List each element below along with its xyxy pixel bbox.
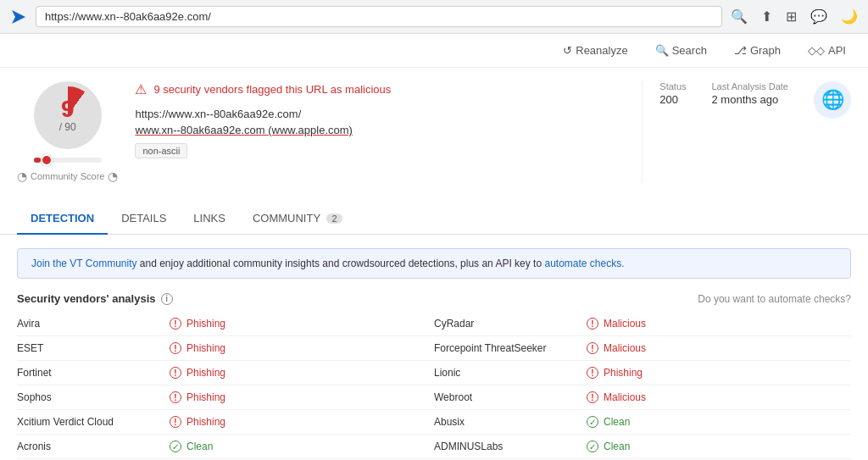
search-browser-icon[interactable]: 🔍 bbox=[731, 8, 748, 25]
vendor-status: !Phishing bbox=[170, 416, 225, 428]
vendor-status: !Malicious bbox=[587, 391, 646, 403]
vendors-header: Security vendors' analysis i Do you want… bbox=[17, 292, 851, 305]
community-score: ◔ Community Score ◔ bbox=[17, 169, 118, 183]
tab-detection[interactable]: DETECTION bbox=[17, 203, 108, 235]
graph-button[interactable]: ⎇ Graph bbox=[729, 41, 786, 60]
community-badge: 2 bbox=[326, 213, 342, 224]
cs-left-icon: ◔ bbox=[17, 169, 27, 183]
vendor-name: Acronis bbox=[17, 441, 170, 452]
vendor-status: ✓Clean bbox=[587, 416, 630, 428]
vendor-row: Forcepoint ThreatSeeker!Malicious bbox=[434, 336, 851, 361]
search-button[interactable]: 🔍 Search bbox=[650, 41, 712, 60]
danger-icon: ! bbox=[170, 342, 181, 354]
score-bar bbox=[34, 158, 102, 163]
vendor-status: !Malicious bbox=[587, 318, 646, 330]
vendor-name: Lionic bbox=[434, 367, 587, 379]
status-label: Clean bbox=[186, 441, 213, 452]
danger-icon: ! bbox=[170, 367, 181, 379]
status-label: Phishing bbox=[186, 367, 225, 379]
vendor-status: !Malicious bbox=[587, 342, 646, 354]
status-label: Clean bbox=[604, 416, 630, 428]
svg-marker-0 bbox=[12, 10, 25, 24]
status-label: Malicious bbox=[604, 342, 646, 354]
status-label: Malicious bbox=[604, 391, 646, 403]
automate-checks-link[interactable]: automate checks. bbox=[544, 258, 624, 269]
vendor-status: !Phishing bbox=[170, 367, 225, 379]
non-ascii-tag[interactable]: non-ascii bbox=[135, 143, 187, 158]
community-banner: Join the VT Community and enjoy addition… bbox=[17, 248, 851, 279]
vendor-row: Webroot!Malicious bbox=[434, 385, 851, 410]
tab-community[interactable]: COMMUNITY 2 bbox=[239, 203, 356, 235]
grid-icon[interactable]: ⊞ bbox=[786, 8, 797, 25]
vendor-status: !Phishing bbox=[170, 342, 225, 354]
vendor-status: !Phishing bbox=[587, 367, 643, 379]
warning-icon: ⚠ bbox=[135, 81, 147, 97]
status-label: Phishing bbox=[604, 367, 643, 379]
check-icon: ✓ bbox=[587, 441, 598, 452]
api-icon: ◇◇ bbox=[808, 44, 825, 57]
vendor-row: Lionic!Phishing bbox=[434, 361, 851, 385]
browser-bar: https://www.xn--80ak6aa92e.com/ 🔍 ⬆ ⊞ 💬 … bbox=[0, 0, 868, 34]
analysis-date: Last Analysis Date 2 months ago bbox=[712, 81, 789, 106]
vendor-name: Xcitium Verdict Cloud bbox=[17, 416, 170, 428]
vendor-name: Sophos bbox=[17, 391, 170, 403]
graph-icon: ⎇ bbox=[734, 44, 747, 57]
status-section: Status 200 Last Analysis Date 2 months a… bbox=[642, 81, 851, 183]
automate-link: Do you want to automate checks? bbox=[698, 293, 851, 305]
status-label: Phishing bbox=[186, 391, 225, 403]
detection-content: Join the VT Community and enjoy addition… bbox=[0, 235, 868, 460]
vendor-row: Sophos!Phishing bbox=[17, 385, 434, 410]
info-icon[interactable]: i bbox=[161, 293, 173, 305]
danger-icon: ! bbox=[170, 391, 181, 403]
danger-icon: ! bbox=[587, 342, 598, 354]
danger-icon: ! bbox=[170, 318, 181, 330]
check-icon: ✓ bbox=[587, 416, 598, 428]
vendor-status: ✓Clean bbox=[587, 441, 630, 452]
status-label: Clean bbox=[604, 441, 630, 452]
tab-details[interactable]: DETAILS bbox=[108, 203, 180, 235]
vendor-row: CyRadar!Malicious bbox=[434, 312, 851, 336]
chat-icon[interactable]: 💬 bbox=[810, 8, 827, 25]
vt-header: ↺ Reanalyze 🔍 Search ⎇ Graph ◇◇ API bbox=[0, 34, 868, 68]
reanalyze-button[interactable]: ↺ Reanalyze bbox=[558, 41, 632, 60]
vt-globe-icon[interactable]: 🌐 bbox=[814, 81, 851, 119]
vendor-row: Xcitium Verdict Cloud!Phishing bbox=[17, 410, 434, 435]
vendor-status: ✓Clean bbox=[170, 441, 213, 452]
score-number: 9 bbox=[61, 97, 75, 121]
share-icon[interactable]: ⬆ bbox=[761, 8, 772, 25]
danger-icon: ! bbox=[587, 367, 598, 379]
vendor-row: Avira!Phishing bbox=[17, 312, 434, 336]
url-alias: www.xn--80ak6aa92e.com (www.apple.com) bbox=[135, 124, 625, 136]
browser-icons: 🔍 ⬆ ⊞ 💬 🌙 bbox=[731, 8, 858, 25]
danger-icon: ! bbox=[587, 318, 598, 330]
search-icon: 🔍 bbox=[655, 44, 669, 57]
moon-icon[interactable]: 🌙 bbox=[841, 8, 858, 25]
http-status: Status 200 bbox=[659, 81, 686, 106]
tab-links[interactable]: LINKS bbox=[180, 203, 239, 235]
status-label: Phishing bbox=[186, 318, 225, 330]
main-content: 9 / 90 ◔ Community Score ◔ ⚠ 9 security … bbox=[0, 68, 868, 197]
vendor-name: Avira bbox=[17, 318, 170, 330]
address-bar[interactable]: https://www.xn--80ak6aa92e.com/ bbox=[36, 6, 722, 27]
check-icon: ✓ bbox=[170, 441, 181, 452]
danger-icon: ! bbox=[587, 391, 598, 403]
vendor-row: Fortinet!Phishing bbox=[17, 361, 434, 385]
vendor-row: ESET!Phishing bbox=[17, 336, 434, 361]
vendor-name: ESET bbox=[17, 342, 170, 354]
vendor-row: ADMINUSLabs✓Clean bbox=[434, 435, 851, 459]
vendor-name: ADMINUSLabs bbox=[434, 441, 587, 452]
vendor-row: Acronis✓Clean bbox=[17, 435, 434, 459]
url-section: ⚠ 9 security vendors flagged this URL as… bbox=[135, 81, 625, 183]
api-button[interactable]: ◇◇ API bbox=[803, 41, 851, 60]
score-marker bbox=[41, 154, 53, 166]
join-vt-link[interactable]: Join the VT Community bbox=[31, 258, 137, 269]
reanalyze-icon: ↺ bbox=[563, 44, 572, 57]
score-bar-fill bbox=[34, 158, 41, 163]
vendor-status: !Phishing bbox=[170, 318, 225, 330]
status-label: Malicious bbox=[604, 318, 646, 330]
vendor-name: Fortinet bbox=[17, 367, 170, 379]
browser-logo bbox=[10, 8, 27, 25]
vendors-grid: Avira!PhishingCyRadar!MaliciousESET!Phis… bbox=[17, 312, 851, 460]
cs-right-icon: ◔ bbox=[108, 169, 118, 183]
vendor-name: Webroot bbox=[434, 391, 587, 403]
